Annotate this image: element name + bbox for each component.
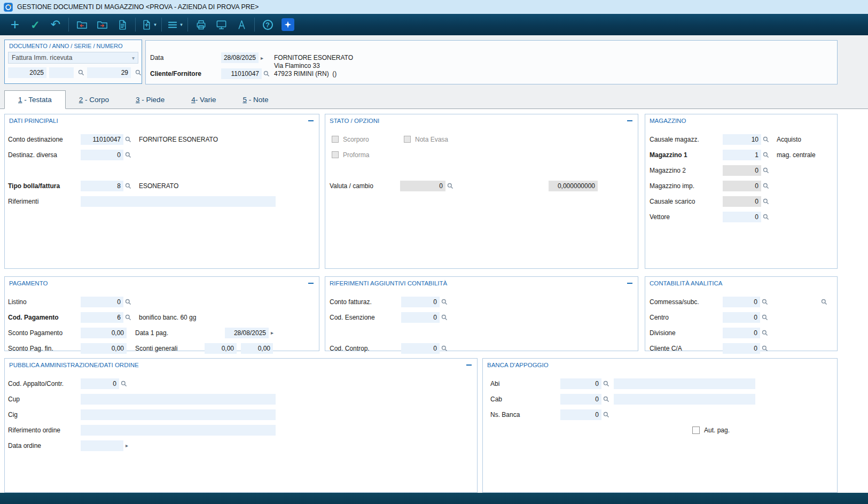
conto-fatturaz-label: Conto fatturaz. bbox=[330, 298, 401, 306]
data-1-pag-field[interactable]: 28/08/2025 bbox=[225, 328, 269, 338]
search-icon[interactable] bbox=[762, 314, 768, 321]
collapse-button[interactable] bbox=[308, 120, 314, 121]
cab-field[interactable]: 0 bbox=[560, 394, 601, 405]
search-icon[interactable] bbox=[441, 314, 448, 321]
cig-field[interactable] bbox=[81, 409, 276, 420]
cod-appalto-field[interactable]: 0 bbox=[81, 378, 119, 389]
search-icon[interactable] bbox=[603, 381, 609, 387]
sconto-pagamento-field[interactable]: 0,00 bbox=[81, 328, 127, 338]
abi-field[interactable]: 0 bbox=[560, 378, 601, 389]
tab-piede[interactable]: 3 - Piede bbox=[122, 90, 178, 109]
sconti-generali-value-1: 0,00 bbox=[222, 345, 234, 352]
collapse-button[interactable] bbox=[627, 120, 632, 121]
collapse-button[interactable] bbox=[466, 365, 472, 366]
undo-button[interactable]: ↶ bbox=[45, 15, 66, 34]
aut-pag-checkbox[interactable] bbox=[692, 427, 700, 434]
causale-magazzino-field[interactable]: 10 bbox=[723, 134, 761, 145]
search-icon[interactable] bbox=[121, 381, 127, 387]
data-ordine-field[interactable] bbox=[81, 440, 123, 451]
conto-fatturaz-field[interactable]: 0 bbox=[401, 297, 440, 307]
new-button[interactable]: + bbox=[5, 15, 25, 34]
search-icon[interactable] bbox=[821, 299, 827, 305]
tab-testata[interactable]: 1 - Testata bbox=[4, 90, 66, 109]
search-icon[interactable] bbox=[603, 412, 609, 418]
detail-arrow-icon[interactable]: ▸ bbox=[261, 55, 263, 61]
magazzino-1-field[interactable]: 1 bbox=[723, 150, 761, 160]
search-icon[interactable] bbox=[125, 299, 131, 305]
listino-field[interactable]: 0 bbox=[81, 297, 123, 307]
search-icon[interactable] bbox=[762, 299, 768, 305]
spacer-row bbox=[5, 162, 319, 178]
scorporo-checkbox[interactable] bbox=[332, 136, 339, 143]
print-preview-button[interactable] bbox=[211, 15, 231, 34]
print-button[interactable] bbox=[191, 15, 211, 34]
centro-field[interactable]: 0 bbox=[723, 312, 760, 323]
search-icon[interactable] bbox=[763, 198, 769, 205]
nota-evasa-checkbox[interactable] bbox=[404, 136, 411, 143]
search-icon[interactable] bbox=[78, 69, 84, 76]
cab-desc-field[interactable] bbox=[614, 394, 755, 405]
document-type-select[interactable]: Fattura Imm. ricevuta ▾ bbox=[8, 52, 138, 64]
document-button[interactable] bbox=[112, 15, 132, 34]
tab-note[interactable]: 5 - Note bbox=[229, 90, 281, 109]
commessa-field[interactable]: 0 bbox=[723, 297, 760, 307]
detail-arrow-icon[interactable]: ▸ bbox=[126, 443, 128, 448]
anno-field[interactable]: 2025 bbox=[8, 67, 46, 78]
search-icon[interactable] bbox=[763, 136, 769, 143]
divisione-field[interactable]: 0 bbox=[723, 328, 760, 338]
search-icon[interactable] bbox=[135, 69, 142, 76]
search-icon[interactable] bbox=[263, 71, 270, 77]
search-icon[interactable] bbox=[763, 152, 769, 158]
search-icon[interactable] bbox=[762, 330, 768, 336]
help-button[interactable]: ? bbox=[257, 15, 278, 34]
ns-banca-field[interactable]: 0 bbox=[560, 409, 601, 420]
collapse-button[interactable] bbox=[308, 283, 314, 284]
new-document-menu-button[interactable]: ▾ bbox=[138, 15, 159, 34]
serie-field[interactable] bbox=[49, 67, 74, 78]
store-document-button[interactable] bbox=[92, 15, 112, 34]
search-icon[interactable] bbox=[603, 396, 609, 402]
vettore-field[interactable]: 0 bbox=[723, 212, 761, 222]
search-icon[interactable] bbox=[125, 183, 131, 189]
assistant-button[interactable] bbox=[278, 15, 298, 34]
search-icon[interactable] bbox=[763, 167, 769, 174]
cod-pagamento-field[interactable]: 6 bbox=[81, 312, 123, 323]
destinaz-diversa-field[interactable]: 0 bbox=[81, 150, 123, 160]
cliente-ca-field[interactable]: 0 bbox=[723, 343, 760, 354]
sconti-generali-field-1[interactable]: 0,00 bbox=[205, 343, 237, 354]
conto-destinazione-field[interactable]: 11010047 bbox=[81, 134, 123, 145]
search-icon[interactable] bbox=[762, 345, 768, 352]
proforma-checkbox[interactable] bbox=[332, 151, 339, 158]
detail-arrow-icon[interactable]: ▸ bbox=[271, 330, 273, 336]
search-icon[interactable] bbox=[763, 214, 769, 220]
search-icon[interactable] bbox=[763, 183, 769, 189]
cod-controp-field[interactable]: 0 bbox=[401, 343, 440, 354]
cambio-field: 0,000000000 bbox=[549, 181, 598, 191]
tipo-bolla-field[interactable]: 8 bbox=[81, 181, 123, 191]
riferimenti-field[interactable] bbox=[81, 196, 276, 207]
data-value: 28/08/2025 bbox=[224, 54, 256, 61]
abi-desc-field[interactable] bbox=[614, 378, 755, 389]
search-icon[interactable] bbox=[447, 183, 453, 189]
list-menu-button[interactable]: ▾ bbox=[165, 15, 185, 34]
open-document-button[interactable] bbox=[72, 15, 92, 34]
search-icon[interactable] bbox=[441, 345, 448, 352]
search-icon[interactable] bbox=[125, 314, 131, 321]
collapse-button[interactable] bbox=[627, 283, 632, 284]
riferimento-ordine-field[interactable] bbox=[81, 425, 276, 436]
sconti-generali-field-2[interactable]: 0,00 bbox=[241, 343, 273, 354]
search-icon[interactable] bbox=[441, 299, 448, 305]
search-icon[interactable] bbox=[125, 152, 131, 158]
data-field[interactable]: 28/08/2025 bbox=[221, 52, 259, 63]
row-cig: Cig bbox=[5, 407, 477, 422]
cup-field[interactable] bbox=[81, 394, 276, 405]
pdf-export-button[interactable] bbox=[231, 15, 252, 34]
tab-varie[interactable]: 4- Varie bbox=[178, 90, 229, 109]
cliente-fornitore-field[interactable]: 11010047 bbox=[221, 68, 262, 79]
confirm-button[interactable]: ✓ bbox=[25, 15, 45, 34]
numero-field[interactable]: 29 bbox=[87, 67, 131, 78]
search-icon[interactable] bbox=[125, 136, 131, 143]
sconto-pag-fin-field[interactable]: 0,00 bbox=[81, 343, 127, 354]
cod-esenzione-field[interactable]: 0 bbox=[401, 312, 440, 323]
tab-corpo[interactable]: 2 - Corpo bbox=[66, 90, 122, 109]
